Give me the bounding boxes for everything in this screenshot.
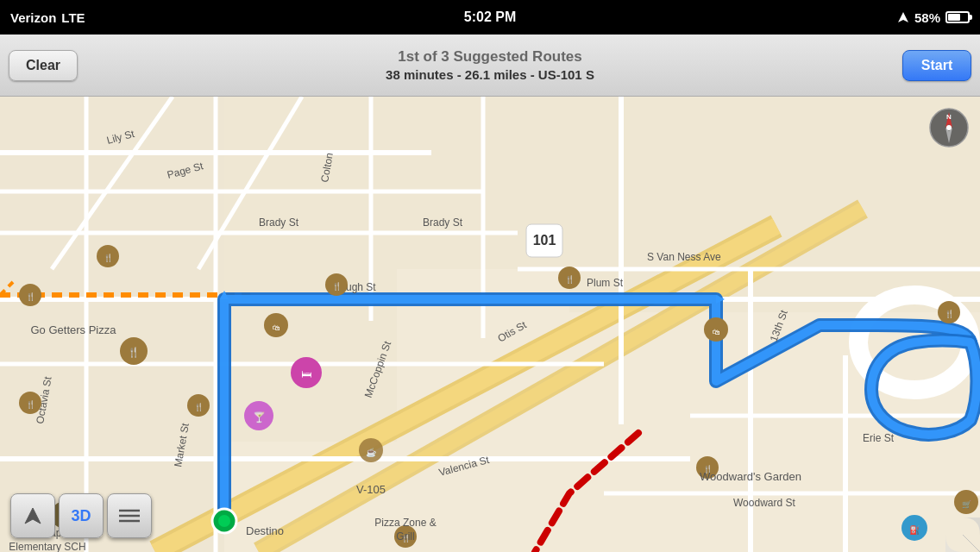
bottom-controls: 3D (10, 493, 152, 538)
destino-label: Destino (246, 524, 284, 537)
nav-title-main: 1st of 3 Suggested Routes (86, 48, 894, 66)
svg-text:🛍: 🛍 (273, 323, 280, 332)
svg-text:🛏: 🛏 (301, 368, 311, 380)
svg-text:⛽: ⛽ (909, 524, 920, 536)
map-svg: 101 Lily St Page St Brady St Brady St Go… (0, 97, 980, 552)
brady-st-label: Brady St (259, 216, 299, 229)
compass[interactable]: N (928, 107, 970, 148)
pizza-zone-label: Pizza Zone & (374, 517, 436, 529)
go-getters-label: Go Getters Pizza (31, 323, 117, 336)
battery-percent: 58% (914, 10, 940, 25)
location-icon (897, 11, 909, 23)
svg-text:101: 101 (533, 233, 556, 248)
plum-st-label: Plum St (587, 277, 624, 289)
clear-button[interactable]: Clear (9, 50, 78, 81)
nav-bar: Clear 1st of 3 Suggested Routes 38 minut… (0, 34, 980, 97)
pizza-grill-label: Grill (396, 530, 414, 543)
svg-text:🍴: 🍴 (945, 309, 955, 319)
status-left: Verizon LTE (10, 10, 85, 25)
svg-text:🛍: 🛍 (713, 328, 720, 336)
svg-point-72 (946, 125, 952, 130)
svg-text:🍸: 🍸 (253, 411, 266, 423)
status-right: 58% (897, 10, 970, 25)
map[interactable]: 101 Lily St Page St Brady St Brady St Go… (0, 97, 980, 552)
list-button[interactable] (107, 493, 152, 538)
svg-point-66 (218, 515, 230, 527)
start-button[interactable]: Start (902, 50, 971, 81)
svg-text:🍴: 🍴 (26, 399, 36, 410)
svg-text:🍴: 🍴 (565, 274, 575, 285)
woodwards-garden-label: Woodward's Garden (700, 470, 801, 483)
elementary-sch-label: Elementary SCH (9, 541, 85, 552)
svg-text:🛒: 🛒 (962, 499, 972, 510)
svg-text:🍴: 🍴 (26, 292, 36, 302)
3d-button[interactable]: 3D (59, 493, 104, 538)
svg-marker-74 (25, 508, 41, 524)
v105-label: V-105 (356, 483, 386, 496)
location-button[interactable] (10, 493, 55, 538)
svg-rect-2 (0, 97, 224, 217)
svg-text:N: N (946, 113, 952, 121)
battery-icon (945, 11, 970, 23)
svg-text:🍴: 🍴 (332, 281, 342, 292)
status-time: 5:02 PM (464, 9, 516, 25)
status-bar: Verizon LTE 5:02 PM 58% (0, 0, 980, 34)
svg-text:🍴: 🍴 (128, 346, 140, 358)
nav-title-sub: 38 minutes - 26.1 miles - US-101 S (86, 67, 894, 82)
woodward-st-label: Woodward St (733, 497, 795, 509)
erie-st-label: Erie St (863, 432, 895, 444)
page-curl (945, 518, 980, 552)
svg-text:🍴: 🍴 (194, 402, 204, 412)
nav-title: 1st of 3 Suggested Routes 38 minutes - 2… (78, 48, 902, 82)
network-label: LTE (61, 10, 85, 25)
carrier-label: Verizon (10, 10, 56, 25)
svg-text:☕: ☕ (366, 447, 377, 458)
brady-st-2-label: Brady St (423, 216, 463, 229)
s-van-ness-label: S Van Ness Ave (647, 251, 721, 263)
svg-marker-0 (898, 12, 908, 22)
svg-text:🍴: 🍴 (104, 253, 114, 263)
